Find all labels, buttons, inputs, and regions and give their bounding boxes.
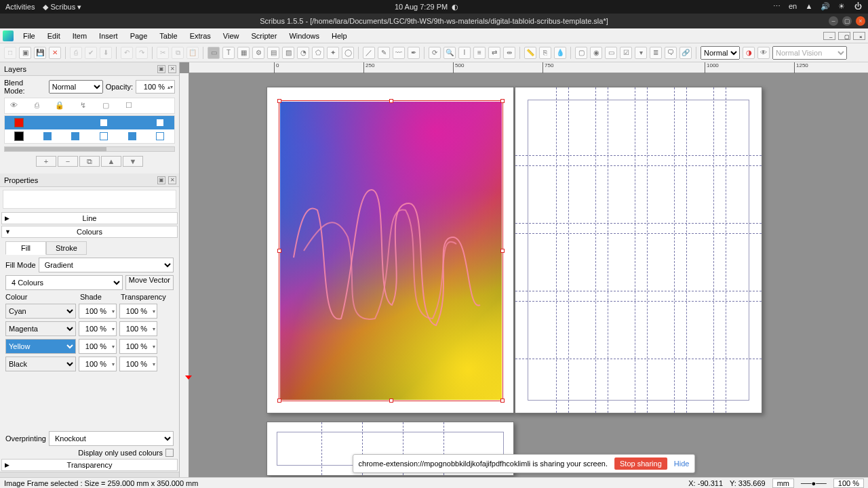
tool-copy-props[interactable]: ⎘ (539, 47, 551, 59)
layer-check[interactable] (128, 132, 136, 140)
layer-check[interactable] (156, 119, 164, 127)
shade-spin[interactable]: 100 %▾ (79, 304, 117, 319)
pdf-annot[interactable]: 🗨 (665, 47, 677, 59)
tool-copy[interactable]: ⧉ (172, 47, 184, 59)
pdf-combo[interactable]: ▾ (635, 47, 647, 59)
menu-table[interactable]: Table (154, 30, 182, 41)
zoom-slider[interactable]: ──●── (801, 479, 827, 487)
colour-select[interactable]: Yellow (5, 339, 76, 354)
tool-pdf[interactable]: ⬇ (100, 47, 112, 59)
fillmode-select[interactable]: Gradient (39, 258, 174, 272)
tool-open[interactable]: ▣ (19, 47, 31, 59)
tool-paste[interactable]: 📋 (186, 47, 199, 59)
menu-insert[interactable]: Insert (94, 30, 123, 41)
layer-up-button[interactable]: ▲ (101, 156, 121, 167)
tool-preflight[interactable]: ✔ (85, 47, 97, 59)
tool-measure[interactable]: 📏 (524, 47, 536, 59)
tool-link[interactable]: ⇄ (488, 47, 500, 59)
section-line[interactable]: ▶Line (1, 212, 178, 224)
menu-file[interactable]: File (18, 30, 41, 41)
layers-shade[interactable]: ▣ (157, 65, 165, 73)
menu-item[interactable]: Item (67, 30, 92, 41)
menu-extras[interactable]: Extras (184, 30, 216, 41)
tool-text-frame[interactable]: T (222, 47, 235, 59)
props-shade[interactable]: ▣ (157, 176, 165, 184)
tool-image-frame[interactable]: ▦ (237, 47, 250, 59)
move-vector-button[interactable]: Move Vector (125, 275, 174, 290)
layers-close[interactable]: ✕ (168, 65, 176, 73)
tool-render[interactable]: ⚙ (252, 47, 264, 59)
tool-calligraphy[interactable]: ✒ (408, 47, 420, 59)
pdf-radio[interactable]: ◉ (590, 47, 602, 59)
shade-spin[interactable]: 100 %▾ (79, 357, 117, 371)
menu-edit[interactable]: Edit (42, 30, 66, 41)
layer-check[interactable] (43, 119, 52, 127)
brightness-icon[interactable]: ☀ (837, 2, 846, 12)
status-zoom[interactable]: 100 % (833, 479, 864, 488)
colour-select[interactable]: Magenta (5, 321, 76, 336)
overprint-select[interactable]: Knockout (49, 431, 174, 446)
tool-close[interactable]: ✕ (49, 47, 61, 59)
close-button[interactable]: × (856, 16, 865, 26)
layer-row[interactable] (5, 116, 174, 129)
activities-button[interactable]: Activities (5, 3, 35, 12)
pdf-text[interactable]: ▭ (605, 47, 617, 59)
tool-save[interactable]: 💾 (34, 47, 46, 59)
status-unit[interactable]: mm (772, 479, 794, 488)
preview-mode-select[interactable]: Normal (701, 46, 740, 60)
tool-redo[interactable]: ↷ (136, 47, 148, 59)
tool-undo[interactable]: ↶ (121, 47, 133, 59)
layer-check[interactable] (100, 132, 108, 140)
layer-row[interactable] (5, 129, 174, 143)
props-close[interactable]: ✕ (168, 176, 176, 184)
layer-down-button[interactable]: ▼ (123, 156, 143, 167)
layer-dup-button[interactable]: ⧉ (79, 156, 100, 167)
network-icon[interactable]: ▲ (804, 2, 814, 12)
tool-polygon[interactable]: ⬠ (312, 47, 324, 59)
section-transparency[interactable]: ▶Transparency (1, 459, 178, 471)
tab-fill[interactable]: Fill (5, 241, 46, 255)
mdi-min[interactable]: – (823, 32, 835, 40)
mdi-max[interactable]: ▢ (838, 32, 850, 40)
tool-rotate[interactable]: ⟳ (429, 47, 441, 59)
trans-spin[interactable]: 100 %▾ (119, 357, 157, 371)
menu-page[interactable]: Page (125, 30, 153, 41)
mdi-close[interactable]: × (853, 32, 865, 40)
layer-check[interactable] (71, 132, 79, 140)
layer-check[interactable] (100, 119, 108, 127)
tool-unlink[interactable]: ⇹ (503, 47, 515, 59)
lang-indicator[interactable]: en (788, 2, 797, 12)
gradient-type-select[interactable]: 4 Colours (5, 275, 123, 290)
toggle-cms[interactable]: ◑ (743, 47, 755, 59)
tool-print[interactable]: ⎙ (70, 47, 82, 59)
tool-star[interactable]: ✦ (327, 47, 339, 59)
trans-spin[interactable]: 100 %▾ (119, 321, 157, 336)
pdf-link[interactable]: 🔗 (679, 47, 692, 59)
power-icon[interactable]: ⏻ (853, 2, 863, 12)
layer-check[interactable] (43, 132, 52, 140)
pdf-list[interactable]: ≣ (650, 47, 662, 59)
shade-spin[interactable]: 100 %▾ (79, 339, 117, 354)
tool-zoom[interactable]: 🔍 (443, 47, 456, 59)
tab-stroke[interactable]: Stroke (46, 241, 87, 255)
layer-remove-button[interactable]: − (58, 156, 78, 167)
tool-line[interactable]: ／ (363, 47, 375, 59)
trans-spin[interactable]: 100 %▾ (119, 339, 157, 354)
hide-share-button[interactable]: Hide (674, 460, 690, 468)
layer-add-button[interactable]: + (36, 156, 56, 167)
menu-scripter[interactable]: Scripter (245, 30, 282, 41)
selection-frame[interactable] (279, 100, 503, 401)
blendmode-select[interactable]: Normal (49, 80, 103, 94)
menu-help[interactable]: Help (326, 30, 353, 41)
display-used-check[interactable] (165, 449, 174, 457)
audio-icon[interactable]: 🔊 (821, 2, 830, 12)
tool-bezier[interactable]: ✎ (378, 47, 390, 59)
pdf-push[interactable]: ▢ (575, 47, 587, 59)
tool-freehand[interactable]: 〰 (393, 47, 405, 59)
tool-spiral[interactable]: ◯ (342, 47, 354, 59)
tool-story[interactable]: ≡ (473, 47, 486, 59)
tool-cut[interactable]: ✂ (157, 47, 169, 59)
preview-icon[interactable]: 👁 (757, 47, 770, 59)
canvas[interactable]: 0 250 500 750 1000 1250 (180, 62, 868, 477)
minimize-button[interactable]: – (829, 16, 838, 26)
